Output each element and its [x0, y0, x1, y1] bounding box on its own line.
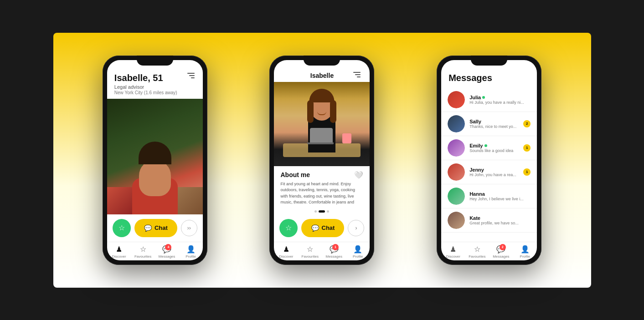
msg-content-emily: Emily Sounds like a good idea [469, 143, 519, 153]
bottom-nav-1: ♟ Discover ☆ Favourites 4 💬 Messages 👤 P… [107, 242, 203, 260]
msg-badge-emily: 1 [523, 144, 531, 152]
profile-header: Isabelle, 51 Legal advisor New York City… [107, 60, 203, 99]
nav-profile-label-3: Profile [520, 254, 531, 259]
avatar-kate [448, 212, 465, 229]
chat-button-1[interactable]: 💬 Chat [134, 219, 177, 237]
msg-preview-emily: Sounds like a good idea [469, 148, 519, 153]
online-indicator-julia [482, 96, 485, 99]
about-section: About me 🤍 Fit and young at heart and mi… [274, 166, 370, 208]
action-bar-1: ☆ 💬 Chat ›› [107, 214, 203, 242]
msg-name-kate: Kate [469, 215, 531, 221]
nav-discover-1[interactable]: ♟ Discover [107, 245, 131, 259]
phone-2: Isabelle [269, 56, 374, 265]
msg-name-hanna: Hanna [469, 191, 531, 197]
profile-name-2: Isabelle [310, 72, 334, 79]
profile-photo-2 [274, 82, 370, 166]
nav-discover-3[interactable]: ♟ Discover [441, 245, 465, 259]
favourites-icon-3: ☆ [474, 245, 480, 254]
msg-content-sally: Sally Thanks, nice to meet yo... [469, 119, 519, 129]
discover-icon-1: ♟ [116, 245, 122, 254]
nav-messages-1[interactable]: 4 💬 Messages [155, 245, 179, 259]
nav-favourites-2[interactable]: ☆ Favourites [298, 245, 322, 259]
notch-3 [471, 56, 507, 66]
nav-favourites-1[interactable]: ☆ Favourites [131, 245, 155, 259]
nav-messages-2[interactable]: 1 💬 Messages [322, 245, 346, 259]
discover-icon-2: ♟ [283, 245, 289, 254]
msg-content-julia: Julia Hi Julia, you have a really ni... [469, 95, 531, 105]
chat-icon-2: 💬 [311, 224, 319, 232]
list-item[interactable]: Emily Sounds like a good idea 1 [441, 136, 537, 160]
favourites-icon-2: ☆ [307, 245, 313, 254]
profile-icon-1: 👤 [186, 245, 196, 254]
nav-favourites-label-3: Favourites [469, 254, 485, 259]
msg-content-jenny: Jenny Hi John, you have a rea... [469, 167, 519, 177]
next-button-1[interactable]: ›› [181, 220, 197, 236]
favourite-button-1[interactable]: ☆ [113, 219, 131, 237]
online-indicator-emily [484, 144, 487, 147]
avatar-julia [448, 91, 465, 108]
messages-title: Messages [448, 73, 530, 83]
message-list: Julia Hi Julia, you have a really ni... … [441, 88, 537, 242]
bottom-nav-3: ♟ Discover ☆ Favourites 2 💬 Messages 👤 P… [441, 242, 537, 260]
bottom-nav-2: ♟ Discover ☆ Favourites 1 💬 Messages 👤 P… [274, 242, 370, 260]
msg-preview-sally: Thanks, nice to meet yo... [469, 124, 519, 129]
phone-3: Messages Julia Hi Julia, you have a real… [437, 56, 541, 265]
notch-2 [304, 56, 340, 66]
filter-icon[interactable] [187, 73, 196, 80]
action-bar-2: ☆ 💬 Chat › [274, 214, 370, 242]
chat-icon-1: 💬 [144, 224, 152, 232]
nav-profile-1[interactable]: 👤 Profile [179, 245, 203, 259]
messages-badge-1: 4 [165, 244, 171, 250]
avatar-emily [448, 139, 465, 157]
screen-3: Messages Julia Hi Julia, you have a real… [441, 60, 537, 260]
profile-icon-3: 👤 [520, 245, 530, 254]
avatar-sally [448, 115, 465, 132]
next-button-2[interactable]: › [348, 220, 364, 236]
filter-icon-2[interactable] [353, 72, 362, 79]
msg-preview-jenny: Hi John, you have a rea... [469, 173, 519, 177]
nav-profile-2[interactable]: 👤 Profile [346, 245, 370, 259]
nav-discover-label-3: Discover [446, 254, 460, 259]
msg-preview-kate: Great profile, we have so... [469, 221, 531, 225]
screen-1: Isabelle, 51 Legal advisor New York City… [107, 60, 203, 260]
about-text: Fit and young at heart and mind. Enjoy o… [280, 181, 363, 206]
msg-badge-jenny: 1 [523, 168, 531, 176]
dot-3 [327, 210, 329, 213]
list-item[interactable]: Sally Thanks, nice to meet yo... 2 [441, 112, 537, 136]
profile-title: Legal advisor [114, 84, 196, 90]
msg-badge-sally: 2 [523, 120, 531, 127]
nav-favourites-label-2: Favourites [302, 254, 319, 259]
list-item[interactable]: Kate Great profile, we have so... [441, 208, 537, 233]
list-item[interactable]: Jenny Hi John, you have a rea... 1 [441, 160, 537, 184]
scroll-dots [274, 208, 370, 214]
chevron-right-icon-2: › [355, 225, 357, 231]
msg-preview-hanna: Hey John, I believe we live i... [469, 197, 531, 201]
stage: Isabelle, 51 Legal advisor New York City… [53, 33, 591, 288]
messages-badge-2: 1 [332, 244, 339, 250]
msg-name-julia: Julia [469, 95, 531, 100]
nav-favourites-label-1: Favourites [134, 254, 151, 259]
favourites-icon-1: ☆ [140, 245, 146, 254]
profile-icon-2: 👤 [353, 245, 362, 254]
list-item[interactable]: Hanna Hey John, I believe we live i... [441, 184, 537, 208]
msg-content-hanna: Hanna Hey John, I believe we live i... [469, 191, 531, 201]
profile-photo-1 [107, 99, 203, 214]
list-item[interactable]: Julia Hi Julia, you have a really ni... [441, 88, 537, 112]
favourite-button-2[interactable]: ☆ [279, 219, 298, 237]
msg-preview-julia: Hi Julia, you have a really ni... [469, 100, 531, 105]
nav-profile-label-1: Profile [185, 254, 196, 259]
nav-discover-2[interactable]: ♟ Discover [274, 245, 298, 259]
notch-1 [137, 56, 173, 66]
profile-location: New York City (1.6 miles away) [114, 90, 196, 95]
nav-profile-3[interactable]: 👤 Profile [513, 245, 537, 259]
nav-messages-3[interactable]: 2 💬 Messages [489, 245, 513, 259]
messages-badge-3: 2 [500, 244, 506, 250]
msg-name-emily: Emily [469, 143, 519, 148]
profile-name: Isabelle, 51 [114, 73, 196, 83]
screen-2: Isabelle [274, 60, 370, 260]
nav-favourites-3[interactable]: ☆ Favourites [465, 245, 489, 259]
about-header: About me 🤍 [280, 171, 363, 179]
nav-discover-label-1: Discover [112, 254, 126, 259]
chat-button-2[interactable]: 💬 Chat [301, 219, 344, 237]
dot-1 [314, 210, 317, 213]
